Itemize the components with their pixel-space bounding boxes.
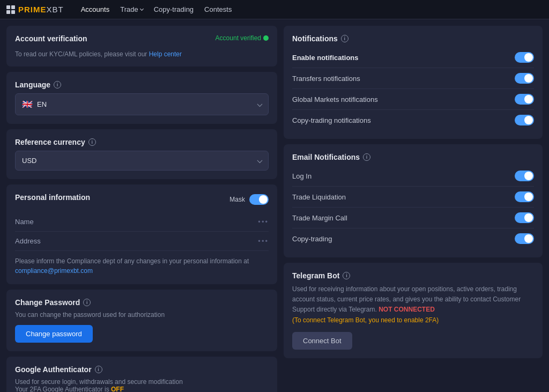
- email-notif-toggle-0[interactable]: [515, 171, 534, 181]
- email-notif-info-icon[interactable]: i: [363, 153, 370, 161]
- notifications-card: Notifications i Enable notifications Tra…: [284, 26, 543, 139]
- personal-info-header: Personal information Mask: [15, 193, 269, 206]
- notif-label-3: Copy-trading notifications: [292, 116, 371, 124]
- account-verified-header: Account verification Account verified: [15, 34, 269, 47]
- email-notif-label-1: Trade Liquidation: [292, 193, 346, 201]
- language-flag-icon: 🇬🇧: [22, 99, 33, 109]
- trade-chevron-icon: [140, 7, 144, 11]
- notif-row-1: Transfers notifications: [292, 68, 534, 89]
- change-password-button[interactable]: Change password: [15, 325, 93, 343]
- verified-badge: Account verified: [216, 34, 269, 42]
- email-notif-row-0: Log In: [292, 166, 534, 187]
- language-title: Language i: [15, 80, 269, 89]
- verification-desc: To read our KYC/AML policies, please vis…: [15, 50, 269, 58]
- left-column: Account verification Account verified To…: [6, 26, 277, 392]
- nav-trade[interactable]: Trade: [120, 5, 143, 13]
- reference-currency-title: Reference currency i: [15, 138, 269, 146]
- currency-value: USD: [22, 157, 36, 165]
- account-verification-card: Account verification Account verified To…: [6, 26, 277, 66]
- nav-links: Accounts Trade Copy-trading Contests: [81, 5, 232, 13]
- notif-label-0: Enable notifications: [292, 54, 359, 62]
- nav-accounts[interactable]: Accounts: [81, 5, 109, 13]
- main-content: Account verification Account verified To…: [0, 19, 549, 392]
- compliance-email-link[interactable]: compliance@primexbt.com: [15, 267, 93, 275]
- name-label: Name: [15, 218, 34, 226]
- address-label: Address: [15, 237, 41, 245]
- nav-contests[interactable]: Contests: [204, 5, 232, 13]
- mask-toggle[interactable]: [249, 194, 269, 205]
- email-notif-row-2: Trade Margin Call: [292, 208, 534, 228]
- notif-row-2: Global Markets notifications: [292, 89, 534, 110]
- notif-label-1: Transfers notifications: [292, 75, 360, 83]
- email-notif-row-3: Copy-trading: [292, 228, 534, 249]
- notif-toggle-1[interactable]: [515, 73, 534, 84]
- language-card: Language i 🇬🇧 EN: [6, 72, 277, 124]
- connect-bot-button[interactable]: Connect Bot: [292, 332, 352, 350]
- notif-row-0: Enable notifications: [292, 47, 534, 68]
- personal-info-title: Personal information: [15, 193, 90, 202]
- email-notifications-card: Email Notifications i Log In Trade Liqui…: [284, 144, 543, 257]
- mask-label: Mask: [229, 196, 245, 203]
- change-password-desc: You can change the password used for aut…: [15, 311, 269, 319]
- password-info-icon[interactable]: i: [83, 299, 91, 306]
- help-center-link[interactable]: Help center: [149, 50, 182, 58]
- mask-toggle-row: Mask: [229, 194, 269, 205]
- email-notif-toggle-3[interactable]: [515, 233, 534, 244]
- language-select[interactable]: 🇬🇧 EN: [15, 93, 269, 115]
- telegram-bot-title: Telegram Bot i: [292, 271, 534, 280]
- currency-select-wrapper: USD: [15, 151, 269, 171]
- currency-chevron-icon: [257, 158, 263, 163]
- notif-label-2: Global Markets notifications: [292, 95, 378, 103]
- right-column: Notifications i Enable notifications Tra…: [284, 26, 543, 392]
- email-notifications-title: Email Notifications i: [292, 153, 534, 161]
- name-dots-icon[interactable]: •••: [258, 218, 269, 226]
- grid-icon: [6, 5, 15, 14]
- notif-toggle-2[interactable]: [515, 94, 534, 105]
- currency-info-icon[interactable]: i: [88, 138, 96, 146]
- notifications-info-icon[interactable]: i: [341, 35, 348, 42]
- verified-dot-icon: [263, 35, 269, 41]
- address-dots-icon[interactable]: •••: [258, 237, 269, 245]
- language-chevron-icon: [257, 101, 263, 107]
- telegram-description: Used for receiving information about you…: [292, 284, 534, 326]
- logo[interactable]: PRIMEXBT: [6, 5, 64, 14]
- email-notif-toggle-2[interactable]: [515, 212, 534, 223]
- notif-toggle-3[interactable]: [515, 115, 534, 125]
- name-row: Name •••: [15, 212, 269, 232]
- navbar: PRIMEXBT Accounts Trade Copy-trading Con…: [0, 0, 549, 19]
- telegram-info-icon[interactable]: i: [343, 272, 350, 279]
- notifications-title: Notifications i: [292, 34, 534, 43]
- telegram-bot-card: Telegram Bot i Used for receiving inform…: [284, 263, 543, 358]
- language-value: EN: [37, 100, 47, 108]
- currency-select[interactable]: USD: [15, 151, 269, 171]
- notif-toggle-0[interactable]: [515, 52, 534, 63]
- change-password-title: Change Password i: [15, 298, 269, 307]
- personal-information-card: Personal information Mask Name ••• Addre…: [6, 184, 277, 284]
- change-password-card: Change Password i You can change the pas…: [6, 290, 277, 351]
- nav-copy-trading[interactable]: Copy-trading: [154, 5, 194, 13]
- email-notif-toggle-1[interactable]: [515, 191, 534, 202]
- logo-text: PRIMEXBT: [18, 5, 64, 14]
- not-connected-status: NOT CONNECTED: [379, 306, 435, 313]
- google-auth-info-icon[interactable]: i: [95, 366, 102, 373]
- account-verification-title: Account verification: [15, 34, 87, 43]
- language-info-icon[interactable]: i: [54, 81, 61, 88]
- email-notif-label-3: Copy-trading: [292, 235, 332, 243]
- language-select-wrapper: 🇬🇧 EN: [15, 93, 269, 115]
- google-auth-status: OFF: [111, 386, 124, 392]
- google-auth-title: Google Authenticator i: [15, 365, 269, 374]
- google-authenticator-card: Google Authenticator i Used for secure l…: [6, 357, 277, 392]
- reference-currency-card: Reference currency i USD: [6, 129, 277, 179]
- connect-warning: (To connect Telegram Bot, you need to en…: [292, 316, 439, 324]
- compliance-text: Please inform the Compliance dept of any…: [15, 256, 269, 276]
- email-notif-label-0: Log In: [292, 172, 311, 180]
- address-row: Address •••: [15, 232, 269, 251]
- email-notif-row-1: Trade Liquidation: [292, 187, 534, 208]
- email-notif-label-2: Trade Margin Call: [292, 214, 347, 222]
- notif-row-3: Copy-trading notifications: [292, 110, 534, 130]
- google-auth-desc: Used for secure login, withdrawals and s…: [15, 378, 269, 392]
